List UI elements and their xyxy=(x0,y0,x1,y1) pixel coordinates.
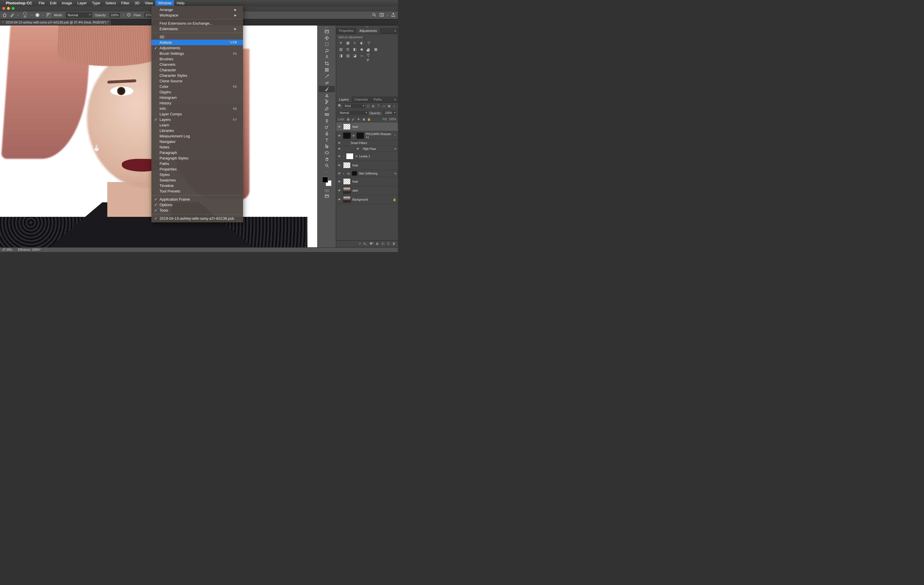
new-adj-layer-icon[interactable]: ◐ xyxy=(376,242,379,246)
hue-adj-icon[interactable]: ▥ xyxy=(338,47,343,52)
menu-view[interactable]: View xyxy=(142,0,155,6)
menu-item-navigator[interactable]: Navigator xyxy=(152,139,243,144)
app-name[interactable]: Photoshop CC xyxy=(6,1,32,5)
layer-thumbnail[interactable] xyxy=(343,187,351,194)
new-group-icon[interactable]: 🗀 xyxy=(381,242,384,246)
filter-kind-dropdown[interactable]: Kind xyxy=(343,104,365,108)
layer-name[interactable]: Smart Filters xyxy=(351,142,396,145)
layer-name[interactable]: heal xyxy=(352,180,396,183)
layer-row[interactable]: 👁Background🔒 xyxy=(336,195,398,204)
tab-properties[interactable]: Properties xyxy=(336,28,356,34)
layer-row[interactable]: 👁›🗀Skin Softening≡ xyxy=(336,170,398,177)
menu-item-properties[interactable]: Properties xyxy=(152,166,243,172)
path-select-tool-icon[interactable] xyxy=(319,143,335,150)
visibility-toggle-icon[interactable]: 👁 xyxy=(338,198,342,201)
visibility-toggle-icon[interactable]: 👁 xyxy=(338,180,342,183)
color-balance-adj-icon[interactable]: ⚖ xyxy=(345,47,350,52)
layer-row[interactable]: 👁👁High Pass≡ xyxy=(336,146,398,152)
hand-tool-icon[interactable] xyxy=(319,156,335,162)
layer-thumbnail[interactable] xyxy=(346,153,353,160)
brush-panel-toggle-icon[interactable] xyxy=(46,13,51,17)
menu-item-character-styles[interactable]: Character Styles xyxy=(152,73,243,78)
menu-item-libraries[interactable]: Libraries xyxy=(152,128,243,133)
layer-name[interactable]: Levels 1 xyxy=(359,155,396,158)
brush-size-picker[interactable]: 40 xyxy=(21,12,28,18)
brush-tool-icon[interactable] xyxy=(319,86,335,92)
visibility-toggle-icon[interactable]: 👁 xyxy=(338,125,342,129)
filter-smart-icon[interactable]: ▣ xyxy=(387,104,391,108)
menu-item-paragraph[interactable]: Paragraph xyxy=(152,150,243,155)
lasso-tool-icon[interactable] xyxy=(319,48,335,54)
visibility-toggle-icon[interactable]: 👁 xyxy=(338,164,342,167)
layer-thumbnail[interactable] xyxy=(343,162,351,168)
blur-tool-icon[interactable] xyxy=(319,118,335,124)
menu-item-styles[interactable]: Styles xyxy=(152,172,243,177)
panel-menu-icon[interactable]: ≡ xyxy=(393,28,398,34)
layer-name[interactable]: start xyxy=(352,189,396,192)
menu-item-histogram[interactable]: Histogram xyxy=(152,95,243,100)
photo-filter-adj-icon[interactable]: ◉ xyxy=(359,47,364,52)
curves-adj-icon[interactable]: ∿ xyxy=(352,41,357,45)
dodge-tool-icon[interactable] xyxy=(319,124,335,130)
panel-toggle-icon[interactable] xyxy=(319,28,335,35)
visibility-toggle-icon[interactable]: 👁 xyxy=(338,134,342,137)
menu-item-arrange[interactable]: Arrange▶ xyxy=(152,7,243,12)
lock-pixels-icon[interactable]: 🖌 xyxy=(351,117,355,121)
layer-row[interactable]: 👁heal xyxy=(336,161,398,170)
layer-row[interactable]: 👁heal xyxy=(336,122,398,131)
menu-edit[interactable]: Edit xyxy=(47,0,59,6)
edit-toolbar-icon[interactable]: ⋯ xyxy=(319,169,335,175)
exposure-adj-icon[interactable]: ◐ xyxy=(359,41,364,45)
gradient-map-adj-icon[interactable]: ▭ xyxy=(359,53,364,58)
mask-icon[interactable]: �° xyxy=(370,242,374,246)
zoom-tool-icon[interactable] xyxy=(319,162,335,169)
lock-artboard-icon[interactable]: ▣ xyxy=(362,117,366,121)
menu-3d[interactable]: 3D xyxy=(132,0,142,6)
filter-type-icon[interactable]: T xyxy=(376,104,381,108)
menu-item-notes[interactable]: Notes xyxy=(152,144,243,150)
filter-pixel-icon[interactable]: ▢ xyxy=(366,104,370,108)
fill-value[interactable]: 100% xyxy=(389,118,396,121)
tab-paths[interactable]: Paths xyxy=(371,97,385,102)
close-window-button[interactable] xyxy=(2,7,5,10)
delete-layer-icon[interactable]: 🗑 xyxy=(393,242,396,246)
minimize-window-button[interactable] xyxy=(7,7,10,10)
mask-link-icon[interactable]: ⛓ xyxy=(352,135,355,137)
collapse-smart-icon[interactable]: ⌃ xyxy=(394,134,396,137)
vibrance-adj-icon[interactable]: ▽ xyxy=(366,41,371,45)
layer-name[interactable]: Background xyxy=(352,198,391,201)
layer-name[interactable]: heal xyxy=(352,164,396,167)
menu-item-find-extensions-on-exchange-[interactable]: Find Extensions on Exchange... xyxy=(152,21,243,26)
move-tool-icon[interactable] xyxy=(319,35,335,41)
layer-row[interactable]: 👁start xyxy=(336,186,398,195)
filter-shape-icon[interactable]: ▭ xyxy=(382,104,386,108)
menu-item-channels[interactable]: Channels xyxy=(152,62,243,67)
tool-preset-icon[interactable] xyxy=(10,12,15,18)
layer-row[interactable]: 👁heal xyxy=(336,177,398,186)
lock-transparency-icon[interactable]: ▦ xyxy=(346,117,350,121)
layer-row[interactable]: 👁⛓PHLEARN Sharpen +1⌃ xyxy=(336,131,398,140)
menu-item-3d[interactable]: 3D xyxy=(152,34,243,40)
menu-item-timeline[interactable]: Timeline xyxy=(152,183,243,188)
menu-layer[interactable]: Layer xyxy=(75,0,90,6)
eraser-tool-icon[interactable] xyxy=(319,105,335,111)
menu-item-2019-04-13-ashley-with-sony-a7r-iii3138-psb[interactable]: ✓2019-04-13-ashley-with-sony-a7r-iii3138… xyxy=(152,216,243,221)
menu-item-color[interactable]: ColorF6 xyxy=(152,84,243,89)
menu-select[interactable]: Select xyxy=(103,0,118,6)
screen-mode-icon[interactable] xyxy=(319,193,335,199)
pressure-opacity-icon[interactable] xyxy=(127,13,131,17)
search-filter-icon[interactable]: 🔍 xyxy=(338,104,342,108)
menu-item-paragraph-styles[interactable]: Paragraph Styles xyxy=(152,155,243,161)
layer-thumbnail[interactable] xyxy=(343,178,351,185)
menu-item-actions[interactable]: Actions⌥F9 xyxy=(152,40,243,45)
menu-item-character[interactable]: Character xyxy=(152,67,243,73)
tab-channels[interactable]: Channels xyxy=(351,97,371,102)
brightness-adj-icon[interactable]: ☀ xyxy=(338,41,343,45)
search-icon[interactable] xyxy=(372,12,376,18)
layers-panel-menu-icon[interactable]: ≡ xyxy=(393,97,398,102)
menu-window[interactable]: Window xyxy=(155,0,174,6)
document-tab[interactable]: × 2019-04-13-ashley-with-sony-a7r-iii313… xyxy=(0,20,111,25)
menu-item-tool-presets[interactable]: Tool Presets xyxy=(152,188,243,194)
menu-item-options[interactable]: ✓Options xyxy=(152,202,243,208)
expand-group-icon[interactable]: › xyxy=(343,172,345,175)
